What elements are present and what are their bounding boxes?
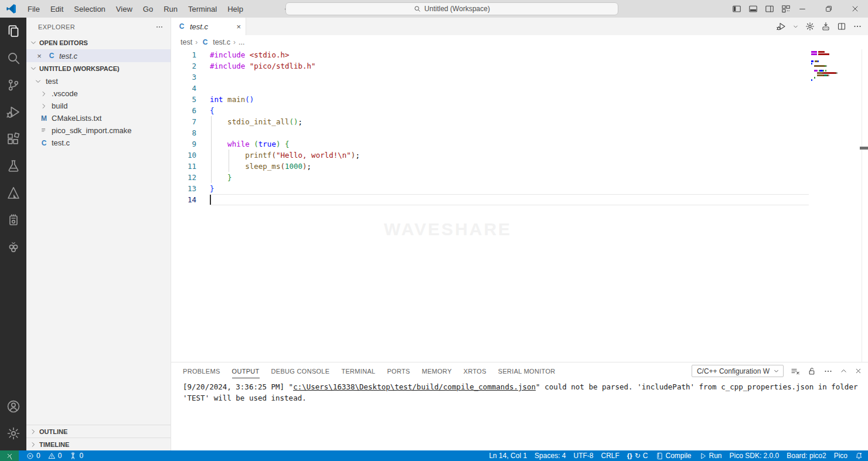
tree-item-pico_sdk_import.cmake[interactable]: pico_sdk_import.cmake	[26, 124, 171, 137]
minimize-button[interactable]	[789, 0, 815, 18]
tab-test-c[interactable]: C test.c ×	[171, 18, 246, 35]
tree-item-test[interactable]: test	[26, 75, 171, 87]
status-remote-indicator[interactable]	[0, 450, 19, 461]
status-warnings[interactable]: 0	[48, 452, 62, 460]
activitybar-explorer[interactable]	[0, 18, 26, 45]
more-icon[interactable]	[823, 367, 833, 376]
status-indentation[interactable]: Spaces: 4	[535, 452, 566, 460]
menu-go[interactable]: Go	[138, 2, 158, 16]
activitybar-cmake[interactable]	[0, 179, 26, 206]
code-line-11[interactable]: 11 sleep_ms(1000);	[171, 161, 868, 172]
code-line-2[interactable]: 2 #include "pico/stdlib.h"	[171, 60, 868, 72]
gear-icon[interactable]	[805, 22, 815, 31]
tree-item-CMakeLists.txt[interactable]: MCMakeLists.txt	[26, 112, 171, 124]
activitybar-search[interactable]	[0, 45, 26, 72]
code-line-13[interactable]: 13 }	[171, 183, 868, 194]
code-line-3[interactable]: 3	[171, 72, 868, 83]
code-line-8[interactable]: 8	[171, 127, 868, 138]
panel-tab-debug-console[interactable]: DEBUG CONSOLE	[271, 364, 330, 378]
command-center-search[interactable]: Untitled (Workspace)	[285, 2, 618, 15]
code-line-6[interactable]: 6 {	[171, 105, 868, 116]
open-editors-header[interactable]: OPEN EDITORS	[26, 36, 171, 49]
code-line-5[interactable]: 5 int main()	[171, 94, 868, 105]
more-icon[interactable]	[853, 22, 862, 31]
menu-edit[interactable]: Edit	[45, 2, 69, 16]
code-line-12[interactable]: 12 }	[171, 172, 868, 183]
code-line-10[interactable]: 10 printf("Hello, world!\n");	[171, 150, 868, 161]
output-channel-dropdown[interactable]: C/C++ Configuration W	[692, 365, 784, 377]
status-ports-forwarded[interactable]: 0	[69, 452, 83, 460]
restore-button[interactable]	[815, 0, 842, 18]
lock-icon[interactable]	[807, 367, 816, 376]
section-outline[interactable]: OUTLINE	[26, 425, 171, 438]
activitybar-accounts[interactable]	[0, 393, 26, 420]
status-errors[interactable]: 0	[26, 452, 40, 460]
panel-tab-memory[interactable]: MEMORY	[422, 364, 452, 378]
flash-icon[interactable]	[821, 22, 830, 31]
explorer-sidebar: EXPLORER OPEN EDITORS × C test.c UNTITLE…	[26, 18, 171, 450]
status-board[interactable]: Board: pico2	[787, 452, 826, 460]
panel-tab-ports[interactable]: PORTS	[387, 364, 410, 378]
clear-output-icon[interactable]	[791, 367, 800, 376]
menu-view[interactable]: View	[111, 2, 138, 16]
panel-tab-problems[interactable]: PROBLEMS	[183, 364, 220, 378]
menu-terminal[interactable]: Terminal	[183, 2, 222, 16]
status-eol[interactable]: CRLF	[601, 452, 619, 460]
status-cursor-position[interactable]: Ln 14, Col 1	[489, 452, 527, 460]
layout-sidebar-left-icon[interactable]	[732, 4, 741, 13]
close-editor-icon[interactable]: ×	[35, 52, 44, 60]
code-editor[interactable]: 1 #include <stdio.h> 2 #include "pico/st…	[171, 49, 868, 362]
status-compile-button[interactable]: Compile	[656, 452, 692, 460]
tree-item-.vscode[interactable]: .vscode	[26, 87, 171, 100]
split-editor-icon[interactable]	[837, 22, 846, 31]
activitybar-extensions[interactable]	[0, 126, 26, 152]
caret-up-icon[interactable]	[840, 367, 847, 375]
section-timeline[interactable]: TIMELINE	[26, 438, 171, 450]
menu-help[interactable]: Help	[222, 2, 249, 16]
workspace-header[interactable]: UNTITLED (WORKSPACE)	[26, 62, 171, 75]
panel-tab-terminal[interactable]: TERMINAL	[341, 364, 375, 378]
output-console[interactable]: [9/20/2024, 3:36:25 PM] "c:\Users\16338\…	[171, 379, 868, 450]
status-pico-sdk-version[interactable]: Pico SDK: 2.0.0	[730, 452, 780, 460]
breadcrumb-item[interactable]: test	[181, 38, 192, 46]
status-pico[interactable]: Pico	[834, 452, 847, 460]
activitybar-source-control[interactable]	[0, 72, 26, 99]
close-button[interactable]	[842, 0, 868, 18]
close-panel-icon[interactable]	[855, 367, 862, 375]
layout-sidebar-right-icon[interactable]	[765, 4, 774, 13]
activitybar-testing[interactable]	[0, 152, 26, 179]
code-line-14[interactable]: 14	[171, 194, 868, 205]
activitybar-raspberry-pi-pico[interactable]	[0, 233, 26, 260]
panel-tab-serial-monitor[interactable]: SERIAL MONITOR	[498, 364, 556, 378]
status-notifications[interactable]	[855, 452, 863, 460]
status-language-mode[interactable]: {}↻C	[627, 452, 648, 460]
code-line-4[interactable]: 4	[171, 83, 868, 94]
tab-close-icon[interactable]: ×	[236, 22, 241, 31]
menu-run[interactable]: Run	[158, 2, 183, 16]
error-icon	[26, 452, 34, 460]
status-run-button[interactable]: Run	[699, 452, 722, 460]
debug-run-icon[interactable]	[777, 22, 786, 31]
open-editor-test.c[interactable]: × C test.c	[26, 49, 171, 62]
layout-panel-icon[interactable]	[748, 4, 758, 13]
breadcrumb-item[interactable]: ...	[239, 38, 244, 46]
activitybar-run-and-debug[interactable]	[0, 99, 26, 126]
output-file-link[interactable]: c:\Users\16338\Desktop\test/build/compil…	[293, 382, 536, 391]
status-encoding[interactable]: UTF-8	[573, 452, 593, 460]
braces-icon: {}	[627, 452, 632, 459]
breadcrumb-item[interactable]: test.c	[213, 38, 230, 46]
chevron-down-small-icon[interactable]	[792, 23, 799, 30]
tree-item-build[interactable]: build	[26, 100, 171, 112]
code-line-9[interactable]: 9 while (true) {	[171, 138, 868, 150]
activitybar-manage[interactable]	[0, 420, 26, 447]
panel-tab-output[interactable]: OUTPUT	[232, 364, 260, 378]
code-line-7[interactable]: 7 stdio_init_all();	[171, 116, 868, 127]
explorer-more-actions-icon[interactable]	[155, 23, 164, 31]
menu-selection[interactable]: Selection	[69, 2, 110, 16]
menu-file[interactable]: File	[22, 2, 45, 16]
tree-item-test.c[interactable]: Ctest.c	[26, 137, 171, 149]
code-line-1[interactable]: 1 #include <stdio.h>	[171, 49, 868, 60]
activitybar-mcu-tools[interactable]	[0, 206, 26, 233]
panel-tab-xrtos[interactable]: XRTOS	[464, 364, 486, 378]
minimap[interactable]	[811, 51, 838, 82]
